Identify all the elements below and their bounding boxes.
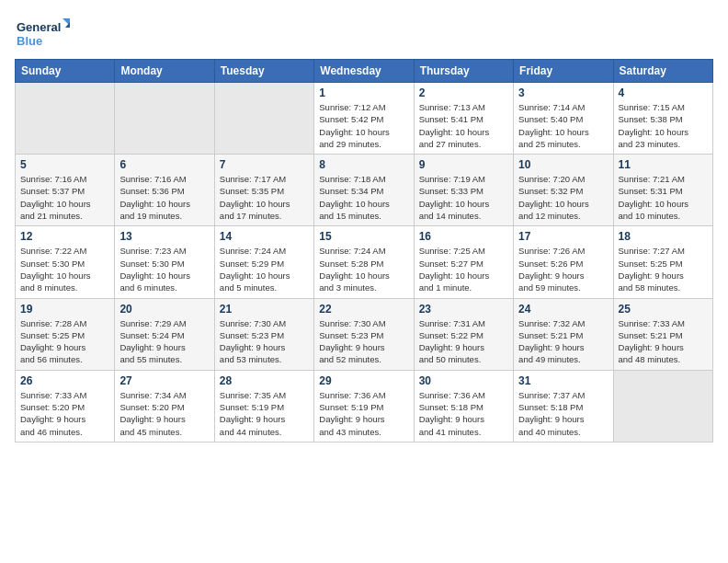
calendar-cell: 29Sunrise: 7:36 AMSunset: 5:19 PMDayligh… — [314, 370, 414, 442]
calendar-cell: 24Sunrise: 7:32 AMSunset: 5:21 PMDayligh… — [514, 298, 613, 370]
day-info: Sunrise: 7:14 AMSunset: 5:40 PMDaylight:… — [518, 101, 608, 150]
day-info: Sunrise: 7:22 AMSunset: 5:30 PMDaylight:… — [20, 245, 109, 293]
weekday-header-wednesday: Wednesday — [314, 60, 414, 83]
day-number: 28 — [220, 374, 309, 387]
calendar-cell: 17Sunrise: 7:26 AMSunset: 5:26 PMDayligh… — [514, 226, 613, 298]
day-number: 14 — [220, 230, 309, 243]
day-info: Sunrise: 7:27 AMSunset: 5:25 PMDaylight:… — [619, 245, 708, 293]
calendar-cell: 14Sunrise: 7:24 AMSunset: 5:29 PMDayligh… — [214, 226, 313, 298]
week-row-1: 1Sunrise: 7:12 AMSunset: 5:42 PMDaylight… — [16, 83, 713, 155]
day-info: Sunrise: 7:34 AMSunset: 5:20 PMDaylight:… — [119, 389, 209, 438]
day-number: 25 — [619, 303, 708, 316]
day-info: Sunrise: 7:26 AMSunset: 5:26 PMDaylight:… — [518, 245, 608, 293]
calendar-header: SundayMondayTuesdayWednesdayThursdayFrid… — [16, 60, 713, 83]
svg-text:General: General — [17, 20, 61, 34]
weekday-row: SundayMondayTuesdayWednesdayThursdayFrid… — [16, 60, 713, 83]
day-number: 2 — [419, 86, 508, 99]
page-header: General Blue — [15, 15, 713, 52]
day-info: Sunrise: 7:20 AMSunset: 5:32 PMDaylight:… — [518, 173, 608, 222]
weekday-header-saturday: Saturday — [613, 60, 712, 83]
day-info: Sunrise: 7:33 AMSunset: 5:21 PMDaylight:… — [619, 317, 708, 366]
calendar-cell: 6Sunrise: 7:16 AMSunset: 5:36 PMDaylight… — [115, 155, 214, 226]
calendar-cell: 19Sunrise: 7:28 AMSunset: 5:25 PMDayligh… — [16, 298, 115, 370]
weekday-header-friday: Friday — [514, 60, 613, 83]
day-number: 21 — [220, 303, 309, 316]
day-number: 26 — [20, 374, 109, 387]
calendar-cell: 4Sunrise: 7:15 AMSunset: 5:38 PMDaylight… — [613, 83, 712, 155]
weekday-header-tuesday: Tuesday — [214, 60, 313, 83]
day-number: 8 — [319, 158, 408, 171]
day-number: 9 — [419, 158, 508, 171]
day-info: Sunrise: 7:16 AMSunset: 5:37 PMDaylight:… — [20, 173, 109, 222]
day-number: 1 — [319, 86, 408, 99]
calendar-cell: 27Sunrise: 7:34 AMSunset: 5:20 PMDayligh… — [115, 370, 214, 442]
calendar-cell: 2Sunrise: 7:13 AMSunset: 5:41 PMDaylight… — [414, 83, 513, 155]
logo-svg: General Blue — [15, 15, 70, 52]
day-info: Sunrise: 7:25 AMSunset: 5:27 PMDaylight:… — [419, 245, 508, 293]
day-number: 31 — [518, 374, 608, 387]
week-row-5: 26Sunrise: 7:33 AMSunset: 5:20 PMDayligh… — [16, 370, 713, 442]
calendar-cell: 13Sunrise: 7:23 AMSunset: 5:30 PMDayligh… — [115, 226, 214, 298]
calendar-cell: 7Sunrise: 7:17 AMSunset: 5:35 PMDaylight… — [214, 155, 313, 226]
calendar-table: SundayMondayTuesdayWednesdayThursdayFrid… — [15, 59, 713, 442]
day-info: Sunrise: 7:13 AMSunset: 5:41 PMDaylight:… — [419, 101, 508, 150]
calendar-cell: 31Sunrise: 7:37 AMSunset: 5:18 PMDayligh… — [514, 370, 613, 442]
calendar-cell: 12Sunrise: 7:22 AMSunset: 5:30 PMDayligh… — [16, 226, 115, 298]
day-info: Sunrise: 7:12 AMSunset: 5:42 PMDaylight:… — [319, 101, 408, 150]
day-info: Sunrise: 7:31 AMSunset: 5:22 PMDaylight:… — [419, 317, 508, 366]
day-number: 5 — [20, 158, 109, 171]
page-container: General Blue SundayMondayTuesdayWednesda… — [0, 0, 728, 452]
day-number: 30 — [419, 374, 508, 387]
day-number: 16 — [419, 230, 508, 243]
day-info: Sunrise: 7:35 AMSunset: 5:19 PMDaylight:… — [220, 389, 309, 438]
day-info: Sunrise: 7:28 AMSunset: 5:25 PMDaylight:… — [20, 317, 109, 366]
day-info: Sunrise: 7:24 AMSunset: 5:28 PMDaylight:… — [319, 245, 408, 293]
day-info: Sunrise: 7:30 AMSunset: 5:23 PMDaylight:… — [319, 317, 408, 366]
weekday-header-thursday: Thursday — [414, 60, 513, 83]
calendar-cell: 15Sunrise: 7:24 AMSunset: 5:28 PMDayligh… — [314, 226, 414, 298]
day-info: Sunrise: 7:33 AMSunset: 5:20 PMDaylight:… — [20, 389, 109, 438]
day-number: 3 — [518, 86, 608, 99]
calendar-cell: 23Sunrise: 7:31 AMSunset: 5:22 PMDayligh… — [414, 298, 513, 370]
calendar-cell — [214, 83, 313, 155]
day-number: 17 — [518, 230, 608, 243]
calendar-cell: 3Sunrise: 7:14 AMSunset: 5:40 PMDaylight… — [514, 83, 613, 155]
calendar-cell: 9Sunrise: 7:19 AMSunset: 5:33 PMDaylight… — [414, 155, 513, 226]
calendar-cell — [613, 370, 712, 442]
day-number: 24 — [518, 303, 608, 316]
calendar-cell: 21Sunrise: 7:30 AMSunset: 5:23 PMDayligh… — [214, 298, 313, 370]
day-number: 7 — [220, 158, 309, 171]
day-info: Sunrise: 7:30 AMSunset: 5:23 PMDaylight:… — [220, 317, 309, 366]
calendar-cell — [115, 83, 214, 155]
calendar-cell: 8Sunrise: 7:18 AMSunset: 5:34 PMDaylight… — [314, 155, 414, 226]
week-row-4: 19Sunrise: 7:28 AMSunset: 5:25 PMDayligh… — [16, 298, 713, 370]
calendar-cell: 1Sunrise: 7:12 AMSunset: 5:42 PMDaylight… — [314, 83, 414, 155]
calendar-cell: 30Sunrise: 7:36 AMSunset: 5:18 PMDayligh… — [414, 370, 513, 442]
day-info: Sunrise: 7:23 AMSunset: 5:30 PMDaylight:… — [119, 245, 209, 293]
day-number: 11 — [619, 158, 708, 171]
day-info: Sunrise: 7:15 AMSunset: 5:38 PMDaylight:… — [619, 101, 708, 150]
svg-text:Blue: Blue — [17, 34, 42, 48]
day-number: 4 — [619, 86, 708, 99]
calendar-cell: 25Sunrise: 7:33 AMSunset: 5:21 PMDayligh… — [613, 298, 712, 370]
day-number: 22 — [319, 303, 408, 316]
day-number: 20 — [119, 303, 209, 316]
day-number: 6 — [119, 158, 209, 171]
day-info: Sunrise: 7:17 AMSunset: 5:35 PMDaylight:… — [220, 173, 309, 222]
day-info: Sunrise: 7:24 AMSunset: 5:29 PMDaylight:… — [220, 245, 309, 293]
week-row-3: 12Sunrise: 7:22 AMSunset: 5:30 PMDayligh… — [16, 226, 713, 298]
day-number: 27 — [119, 374, 209, 387]
day-info: Sunrise: 7:36 AMSunset: 5:19 PMDaylight:… — [319, 389, 408, 438]
calendar-cell: 28Sunrise: 7:35 AMSunset: 5:19 PMDayligh… — [214, 370, 313, 442]
calendar-cell: 11Sunrise: 7:21 AMSunset: 5:31 PMDayligh… — [613, 155, 712, 226]
logo: General Blue — [15, 15, 70, 52]
calendar-cell: 5Sunrise: 7:16 AMSunset: 5:37 PMDaylight… — [16, 155, 115, 226]
day-number: 23 — [419, 303, 508, 316]
day-info: Sunrise: 7:18 AMSunset: 5:34 PMDaylight:… — [319, 173, 408, 222]
day-info: Sunrise: 7:16 AMSunset: 5:36 PMDaylight:… — [119, 173, 209, 222]
day-number: 15 — [319, 230, 408, 243]
day-info: Sunrise: 7:29 AMSunset: 5:24 PMDaylight:… — [119, 317, 209, 366]
day-number: 12 — [20, 230, 109, 243]
calendar-cell: 10Sunrise: 7:20 AMSunset: 5:32 PMDayligh… — [514, 155, 613, 226]
day-number: 13 — [119, 230, 209, 243]
